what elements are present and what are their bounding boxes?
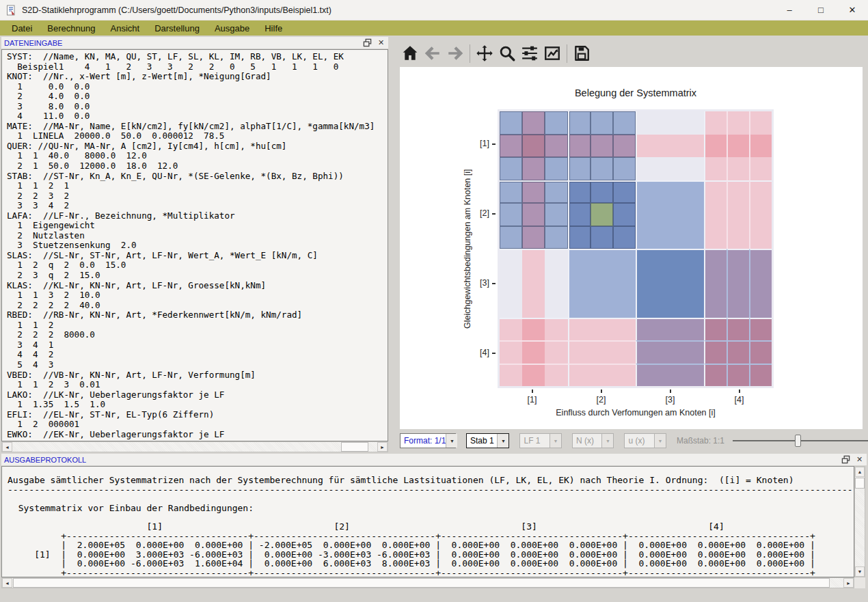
float-panel-icon[interactable] [362,38,372,47]
x-tick-label: [2] [588,395,615,405]
heatmap-cell [500,203,522,226]
menu-item-ansicht[interactable]: Ansicht [103,22,147,35]
heatmap-cell [749,295,772,318]
heatmap-cell [522,318,545,341]
heatmap-cell [749,111,772,135]
heatmap-cell [749,272,772,295]
maximize-icon[interactable]: □ [805,0,837,20]
scroll-thumb[interactable] [341,442,368,452]
menu-item-ausgabe[interactable]: Ausgabe [207,22,257,35]
float-panel-icon[interactable] [841,455,851,464]
heatmap-cell [704,226,727,249]
ausgabeprotokoll-viewer[interactable]: Ausgabe sämtlicher Systemmatrizen nach d… [1,466,854,577]
heatmap-cell [727,180,749,204]
heatmap-cell [568,318,591,341]
heatmap-cell [613,272,636,295]
heatmap-cell [591,111,613,135]
close-panel-icon[interactable]: ✕ [854,455,865,464]
toolbar-separator [470,44,470,63]
heatmap-cell [522,157,545,180]
scroll-left-icon[interactable]: ◄ [2,442,12,452]
close-panel-icon[interactable]: ✕ [376,38,386,47]
customize-icon[interactable] [543,44,561,63]
heatmap-cell [522,226,545,249]
heatmap-cell [591,364,613,387]
heatmap-cell [500,226,522,249]
menu-item-berechnung[interactable]: Berechnung [40,22,103,35]
heatmap-cell [727,203,749,226]
zoom-icon[interactable] [498,44,516,63]
pan-icon[interactable] [475,44,493,63]
combo-lf-1[interactable]: LF 1▼ [519,433,562,448]
heatmap-cell [500,135,522,158]
heatmap-cell [545,364,567,387]
heatmap-cell [568,135,591,158]
heatmap-cell [613,180,636,204]
ausgabeprotokoll-vscrollbar[interactable]: ▲ ▼ [854,466,865,577]
heatmap-cell [500,249,522,272]
combo-format-1-1[interactable]: Format: 1/1▼ [400,433,456,448]
heatmap-cell [749,203,772,226]
heatmap-cell [727,157,749,180]
heatmap-cell [636,340,658,364]
scroll-up-icon[interactable]: ▲ [855,467,865,477]
heatmap-cell [749,340,772,364]
minimize-icon[interactable]: – [774,0,805,20]
dateneingabe-editor[interactable]: SYST: //Name, KN, MA, QU, ST, LF, SL, KL… [1,49,388,441]
heatmap-cell [658,135,681,158]
y-tick-label: [4] [465,348,489,357]
menu-item-darstellung[interactable]: Darstellung [147,22,207,35]
heatmap-cell [658,272,681,295]
heatmap-cell [500,318,522,341]
menu-item-hilfe[interactable]: Hilfe [257,22,290,35]
scroll-right-icon[interactable]: ► [843,578,854,588]
chevron-down-icon[interactable]: ▼ [654,434,666,448]
heatmap-cell [704,318,727,341]
panel-title: DATENEINGABE [4,39,62,47]
back-icon[interactable] [423,44,442,63]
scroll-left-icon[interactable]: ◄ [2,578,12,588]
heatmap-cell [636,272,658,295]
forward-icon[interactable] [446,44,464,63]
heatmap-cell [704,180,727,204]
menu-bar: DateiBerechnungAnsichtDarstellungAusgabe… [0,20,868,36]
heatmap-cell [681,272,703,295]
heatmap-cell [591,157,613,180]
heatmap-cell [613,318,636,341]
heatmap-cell [545,272,567,295]
combo-stab-1[interactable]: Stab 1▼ [466,433,509,448]
heatmap-cell [636,318,658,341]
save-icon[interactable] [572,44,591,63]
heatmap-cell [613,111,636,135]
heatmap-cell [522,340,545,364]
chevron-down-icon[interactable]: ▼ [601,434,613,448]
ausgabeprotokoll-hscrollbar[interactable]: ◄ ► [1,577,854,588]
heatmap-cell [658,249,681,272]
slider-thumb[interactable] [795,435,801,447]
subplots-icon[interactable] [520,44,539,63]
close-icon[interactable]: ✕ [837,0,868,20]
heatmap-cell [568,364,591,387]
menu-item-datei[interactable]: Datei [4,22,40,35]
home-icon[interactable] [401,44,419,63]
scroll-right-icon[interactable]: ► [377,442,388,452]
heatmap-cell [727,135,749,158]
heatmap-cell [500,180,522,204]
combo-n-x-[interactable]: N (x)▼ [572,433,614,448]
scroll-down-icon[interactable]: ▼ [855,566,865,577]
chevron-down-icon[interactable]: ▼ [497,434,508,448]
heatmap-cell [591,226,613,249]
dateneingabe-hscrollbar[interactable]: ◄ ► [1,441,388,452]
heatmap-cell [591,272,613,295]
scale-slider[interactable] [733,433,868,448]
panel-title: AUSGABEPROTOKOLL [4,456,86,464]
heatmap-cell [681,364,703,387]
chevron-down-icon[interactable]: ▼ [446,434,457,448]
combo-value: N (x) [573,436,602,446]
scroll-thumb[interactable] [855,478,865,489]
combo-u-x-[interactable]: u (x)▼ [624,433,666,448]
heatmap-cell [591,318,613,341]
heatmap-cell [545,111,567,135]
chevron-down-icon[interactable]: ▼ [550,434,561,448]
scroll-thumb[interactable] [13,578,830,588]
